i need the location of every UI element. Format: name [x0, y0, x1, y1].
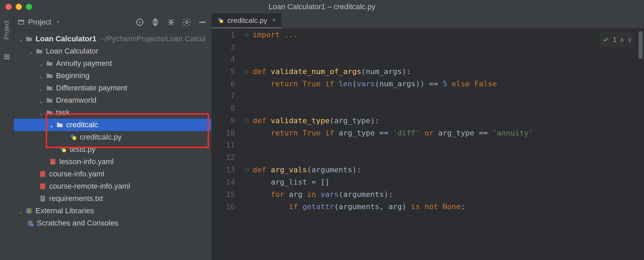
code-text — [253, 90, 644, 102]
code-text: if — [253, 202, 303, 211]
code-content[interactable]: import ... def validate_num_of_args(num_… — [251, 29, 644, 260]
tree-label: course-info.yaml — [49, 170, 104, 178]
tree-item-creditcalc-dir[interactable]: creditcalc — [14, 119, 211, 131]
editor-area: creditcalc.py × 1 3 4 5 6 7 8 9 10 11 12… — [212, 14, 644, 260]
fold-open-icon[interactable] — [242, 164, 251, 176]
tree-root[interactable]: Loan Calculator1 ~/PycharmProjects/Loan … — [14, 33, 211, 45]
svg-rect-12 — [40, 184, 45, 189]
close-window-button[interactable] — [5, 4, 12, 10]
chevron-right-icon — [39, 98, 44, 103]
line-number: 1 — [212, 29, 235, 41]
tree-item[interactable]: Differentiate payment — [14, 82, 211, 94]
code-text: 'annuity' — [492, 129, 533, 137]
tree-item-scratches[interactable]: Scratches and Consoles — [14, 217, 211, 229]
code-editor[interactable]: 1 3 4 5 6 7 8 9 10 11 12 13 14 15 16 — [212, 29, 644, 260]
code-text: (num_args): — [361, 67, 411, 76]
locate-file-icon[interactable] — [135, 17, 144, 27]
chevron-right-icon — [39, 86, 44, 90]
code-text — [253, 139, 644, 151]
code-text: validate_num_of_args — [271, 67, 361, 76]
editor-tab[interactable]: creditcalc.py × — [212, 13, 281, 28]
project-panel-title: Project — [28, 18, 51, 27]
tree-item[interactable]: Loan Calculator — [14, 45, 211, 57]
line-number: 15 — [212, 188, 235, 201]
svg-rect-1 — [19, 20, 24, 21]
python-file-icon — [59, 146, 67, 153]
vertical-scrollbar[interactable] — [639, 31, 643, 59]
code-text: arg_vals — [271, 165, 307, 174]
tree-label: Dreamworld — [56, 96, 97, 105]
tree-label: External Libraries — [36, 206, 94, 215]
tree-label: task — [56, 108, 70, 117]
line-number: 7 — [212, 90, 235, 102]
project-view-icon — [18, 19, 25, 26]
folder-icon — [25, 35, 33, 43]
code-text: import ... — [253, 30, 298, 39]
fold-open-icon[interactable] — [242, 66, 251, 78]
tree-label: creditcalc.py — [80, 133, 122, 142]
chevron-right-icon — [39, 61, 44, 66]
line-number: 16 — [212, 201, 235, 213]
project-view-dropdown-icon[interactable] — [55, 19, 61, 25]
project-panel-header: Project — [14, 14, 211, 31]
code-text: 5 — [443, 80, 452, 88]
tree-label: lesson-info.yaml — [59, 157, 114, 166]
prev-highlight-icon[interactable]: ∧ — [620, 33, 624, 46]
tree-item[interactable]: Annuity payment — [14, 57, 211, 70]
tree-item[interactable]: Beginning — [14, 70, 211, 82]
code-text: arg_type == — [339, 129, 393, 137]
line-number: 10 — [212, 127, 235, 139]
next-highlight-icon[interactable]: ∨ — [628, 33, 632, 46]
tree-label: course-remote-info.yaml — [49, 182, 130, 191]
tree-item[interactable]: Y lesson-info.yaml — [14, 156, 211, 168]
svg-rect-14 — [27, 208, 28, 214]
svg-rect-11 — [40, 171, 45, 177]
tree-item[interactable]: requirements.txt — [14, 192, 211, 205]
tree-item[interactable]: tests.py — [14, 143, 211, 156]
code-text: getattr — [303, 202, 334, 211]
code-text: (arguments): — [307, 165, 361, 174]
settings-gear-icon[interactable] — [182, 17, 192, 27]
zoom-window-button[interactable] — [26, 4, 32, 10]
chevron-down-icon — [18, 37, 23, 41]
line-number: 11 — [212, 139, 235, 151]
fold-open-icon[interactable] — [242, 115, 251, 127]
tree-item-external[interactable]: External Libraries — [14, 205, 211, 217]
hide-panel-icon[interactable] — [198, 17, 207, 27]
minimize-window-button[interactable] — [16, 4, 22, 10]
tree-label: Loan Calculator — [46, 47, 98, 56]
scratches-icon — [27, 219, 34, 227]
fold-collapsed-icon[interactable] — [242, 29, 251, 41]
tree-item-creditcalc-py[interactable]: creditcalc.py — [14, 131, 211, 143]
text-file-icon — [39, 195, 46, 202]
tree-item-task[interactable]: task — [14, 106, 211, 119]
tree-item[interactable]: course-info.yaml — [14, 168, 211, 180]
expand-all-icon[interactable] — [151, 17, 160, 27]
structure-tool-icon[interactable] — [3, 53, 11, 61]
tree-label: Beginning — [56, 71, 89, 80]
svg-rect-15 — [28, 208, 30, 214]
yaml-file-icon: Y — [49, 158, 57, 165]
tree-item[interactable]: Dreamworld — [14, 94, 211, 106]
tree-item[interactable]: course-remote-info.yaml — [14, 180, 211, 192]
svg-point-8 — [62, 148, 66, 152]
window-title: Loan Calculator1 – creditcalc.py — [268, 2, 375, 11]
close-tab-icon[interactable]: × — [272, 16, 276, 24]
code-text — [253, 151, 644, 164]
project-tool-tab[interactable]: Project — [3, 20, 10, 40]
svg-text:Y: Y — [51, 161, 53, 164]
code-text: return — [253, 129, 303, 137]
window-controls — [5, 4, 32, 10]
line-number: 12 — [212, 151, 235, 164]
tree-label: Differentiate payment — [56, 84, 127, 92]
python-file-icon — [217, 17, 224, 24]
python-file-icon — [70, 133, 77, 141]
collapse-all-icon[interactable] — [166, 17, 176, 27]
code-text: : — [461, 202, 465, 211]
folder-icon — [46, 60, 53, 67]
folder-icon — [56, 121, 64, 129]
inspection-widget[interactable]: 1 ∧ ∨ — [600, 32, 634, 47]
code-text: (arguments): — [339, 190, 393, 199]
code-text — [253, 53, 644, 66]
svg-point-3 — [139, 21, 141, 23]
